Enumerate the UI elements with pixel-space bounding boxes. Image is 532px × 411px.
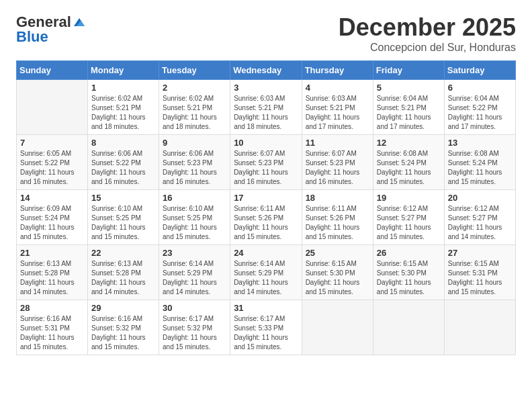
day-info: Sunrise: 6:08 AMSunset: 5:24 PMDaylight:…: [377, 149, 441, 187]
calendar-cell: 2Sunrise: 6:02 AMSunset: 5:21 PMDaylight…: [159, 80, 230, 135]
day-number: 23: [163, 248, 226, 258]
day-number: 6: [448, 83, 512, 93]
day-info: Sunrise: 6:07 AMSunset: 5:23 PMDaylight:…: [306, 149, 369, 187]
calendar-week-3: 14Sunrise: 6:09 AMSunset: 5:24 PMDayligh…: [17, 190, 516, 245]
day-info: Sunrise: 6:03 AMSunset: 5:21 PMDaylight:…: [306, 94, 369, 132]
calendar-cell: 15Sunrise: 6:10 AMSunset: 5:25 PMDayligh…: [88, 190, 159, 245]
day-number: 8: [91, 138, 155, 148]
day-number: 16: [163, 193, 226, 203]
day-number: 2: [163, 83, 226, 93]
calendar-cell: 20Sunrise: 6:12 AMSunset: 5:27 PMDayligh…: [444, 190, 515, 245]
weekday-header-saturday: Saturday: [444, 61, 515, 80]
day-info: Sunrise: 6:07 AMSunset: 5:23 PMDaylight:…: [234, 149, 298, 187]
calendar-cell: 11Sunrise: 6:07 AMSunset: 5:23 PMDayligh…: [302, 135, 373, 190]
calendar-cell: 10Sunrise: 6:07 AMSunset: 5:23 PMDayligh…: [230, 135, 302, 190]
calendar-week-5: 28Sunrise: 6:16 AMSunset: 5:31 PMDayligh…: [17, 300, 516, 355]
day-number: 22: [91, 248, 155, 258]
logo: General Blue: [16, 13, 86, 46]
calendar-cell: 24Sunrise: 6:14 AMSunset: 5:29 PMDayligh…: [230, 245, 302, 300]
day-info: Sunrise: 6:12 AMSunset: 5:27 PMDaylight:…: [448, 204, 512, 242]
day-number: 26: [377, 248, 441, 258]
day-info: Sunrise: 6:12 AMSunset: 5:27 PMDaylight:…: [377, 204, 441, 242]
day-number: 9: [163, 138, 226, 148]
location-title: Concepcion del Sur, Honduras: [339, 42, 516, 54]
day-info: Sunrise: 6:10 AMSunset: 5:25 PMDaylight:…: [91, 204, 155, 242]
day-number: 1: [91, 83, 155, 93]
day-info: Sunrise: 6:16 AMSunset: 5:32 PMDaylight:…: [91, 314, 155, 352]
day-info: Sunrise: 6:13 AMSunset: 5:28 PMDaylight:…: [91, 259, 155, 297]
day-number: 27: [448, 248, 512, 258]
day-number: 15: [91, 193, 155, 203]
logo-icon: [73, 15, 86, 29]
title-area: December 2025 Concepcion del Sur, Hondur…: [339, 13, 516, 54]
day-number: 13: [448, 138, 512, 148]
day-number: 31: [234, 303, 298, 313]
day-info: Sunrise: 6:02 AMSunset: 5:21 PMDaylight:…: [91, 94, 155, 132]
calendar-cell: 12Sunrise: 6:08 AMSunset: 5:24 PMDayligh…: [373, 135, 444, 190]
calendar-cell: 7Sunrise: 6:05 AMSunset: 5:22 PMDaylight…: [17, 135, 88, 190]
calendar-cell: 21Sunrise: 6:13 AMSunset: 5:28 PMDayligh…: [17, 245, 88, 300]
calendar-cell: 19Sunrise: 6:12 AMSunset: 5:27 PMDayligh…: [373, 190, 444, 245]
weekday-header-sunday: Sunday: [17, 61, 88, 80]
day-number: 20: [448, 193, 512, 203]
month-title: December 2025: [339, 13, 516, 42]
weekday-header-tuesday: Tuesday: [159, 61, 230, 80]
calendar-cell: 25Sunrise: 6:15 AMSunset: 5:30 PMDayligh…: [302, 245, 373, 300]
calendar-cell: 16Sunrise: 6:10 AMSunset: 5:25 PMDayligh…: [159, 190, 230, 245]
calendar-cell: 17Sunrise: 6:11 AMSunset: 5:26 PMDayligh…: [230, 190, 302, 245]
day-number: 7: [20, 138, 84, 148]
calendar-cell: 27Sunrise: 6:15 AMSunset: 5:31 PMDayligh…: [444, 245, 515, 300]
calendar-cell: 31Sunrise: 6:17 AMSunset: 5:33 PMDayligh…: [230, 300, 302, 355]
day-number: 28: [20, 303, 84, 313]
calendar-week-1: 1Sunrise: 6:02 AMSunset: 5:21 PMDaylight…: [17, 80, 516, 135]
day-info: Sunrise: 6:03 AMSunset: 5:21 PMDaylight:…: [234, 94, 298, 132]
day-info: Sunrise: 6:15 AMSunset: 5:31 PMDaylight:…: [448, 259, 512, 297]
calendar-header-row: SundayMondayTuesdayWednesdayThursdayFrid…: [17, 61, 516, 80]
day-info: Sunrise: 6:13 AMSunset: 5:28 PMDaylight:…: [20, 259, 84, 297]
weekday-header-thursday: Thursday: [302, 61, 373, 80]
day-number: 21: [20, 248, 84, 258]
day-info: Sunrise: 6:06 AMSunset: 5:23 PMDaylight:…: [163, 149, 226, 187]
calendar-cell: 18Sunrise: 6:11 AMSunset: 5:26 PMDayligh…: [302, 190, 373, 245]
calendar: SundayMondayTuesdayWednesdayThursdayFrid…: [16, 60, 516, 355]
calendar-cell: 4Sunrise: 6:03 AMSunset: 5:21 PMDaylight…: [302, 80, 373, 135]
calendar-cell: 13Sunrise: 6:08 AMSunset: 5:24 PMDayligh…: [444, 135, 515, 190]
day-number: 17: [234, 193, 298, 203]
day-info: Sunrise: 6:14 AMSunset: 5:29 PMDaylight:…: [163, 259, 226, 297]
calendar-cell: 8Sunrise: 6:06 AMSunset: 5:22 PMDaylight…: [88, 135, 159, 190]
day-info: Sunrise: 6:14 AMSunset: 5:29 PMDaylight:…: [234, 259, 298, 297]
header: General Blue December 2025 Concepcion de…: [16, 13, 516, 54]
day-number: 29: [91, 303, 155, 313]
day-number: 18: [306, 193, 369, 203]
day-info: Sunrise: 6:11 AMSunset: 5:26 PMDaylight:…: [306, 204, 369, 242]
day-number: 12: [377, 138, 441, 148]
day-number: 3: [234, 83, 298, 93]
calendar-week-4: 21Sunrise: 6:13 AMSunset: 5:28 PMDayligh…: [17, 245, 516, 300]
calendar-week-2: 7Sunrise: 6:05 AMSunset: 5:22 PMDaylight…: [17, 135, 516, 190]
weekday-header-monday: Monday: [88, 61, 159, 80]
day-info: Sunrise: 6:02 AMSunset: 5:21 PMDaylight:…: [163, 94, 226, 132]
calendar-cell: 22Sunrise: 6:13 AMSunset: 5:28 PMDayligh…: [88, 245, 159, 300]
logo-blue: Blue: [16, 28, 48, 46]
day-number: 30: [163, 303, 226, 313]
day-number: 24: [234, 248, 298, 258]
day-number: 19: [377, 193, 441, 203]
day-info: Sunrise: 6:08 AMSunset: 5:24 PMDaylight:…: [448, 149, 512, 187]
day-info: Sunrise: 6:16 AMSunset: 5:31 PMDaylight:…: [20, 314, 84, 352]
day-info: Sunrise: 6:05 AMSunset: 5:22 PMDaylight:…: [20, 149, 84, 187]
day-info: Sunrise: 6:15 AMSunset: 5:30 PMDaylight:…: [377, 259, 441, 297]
calendar-cell: 23Sunrise: 6:14 AMSunset: 5:29 PMDayligh…: [159, 245, 230, 300]
calendar-cell: 28Sunrise: 6:16 AMSunset: 5:31 PMDayligh…: [17, 300, 88, 355]
calendar-cell: [17, 80, 88, 135]
day-info: Sunrise: 6:04 AMSunset: 5:22 PMDaylight:…: [448, 94, 512, 132]
weekday-header-wednesday: Wednesday: [230, 61, 302, 80]
day-number: 25: [306, 248, 369, 258]
day-number: 11: [306, 138, 369, 148]
day-info: Sunrise: 6:17 AMSunset: 5:32 PMDaylight:…: [163, 314, 226, 352]
calendar-cell: 26Sunrise: 6:15 AMSunset: 5:30 PMDayligh…: [373, 245, 444, 300]
day-info: Sunrise: 6:15 AMSunset: 5:30 PMDaylight:…: [306, 259, 369, 297]
calendar-cell: 9Sunrise: 6:06 AMSunset: 5:23 PMDaylight…: [159, 135, 230, 190]
calendar-cell: 5Sunrise: 6:04 AMSunset: 5:21 PMDaylight…: [373, 80, 444, 135]
day-number: 14: [20, 193, 84, 203]
calendar-cell: [302, 300, 373, 355]
